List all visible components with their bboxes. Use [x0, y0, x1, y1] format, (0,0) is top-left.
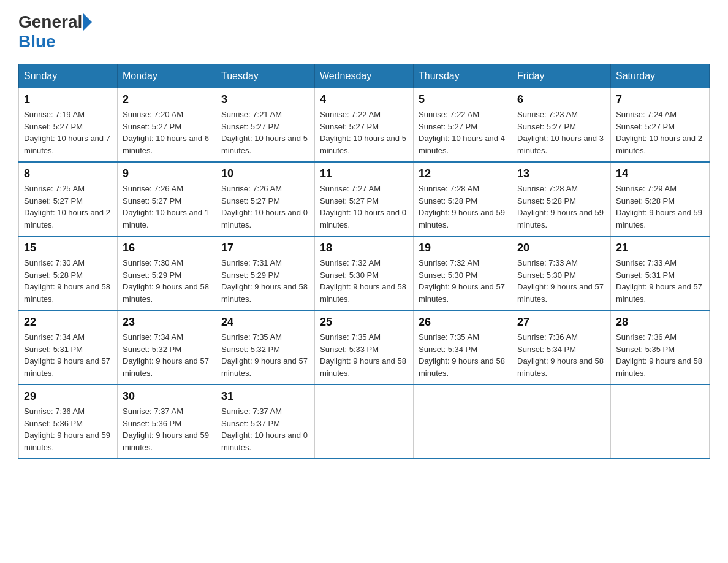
day-info: Sunrise: 7:30 AMSunset: 5:29 PMDaylight:…	[123, 258, 209, 304]
day-info: Sunrise: 7:32 AMSunset: 5:30 PMDaylight:…	[419, 258, 505, 304]
week-row-3: 15 Sunrise: 7:30 AMSunset: 5:28 PMDaylig…	[19, 236, 710, 310]
day-cell: 9 Sunrise: 7:26 AMSunset: 5:27 PMDayligh…	[118, 162, 216, 236]
day-info: Sunrise: 7:22 AMSunset: 5:27 PMDaylight:…	[320, 110, 406, 155]
week-row-2: 8 Sunrise: 7:25 AMSunset: 5:27 PMDayligh…	[19, 162, 710, 236]
day-cell	[512, 385, 611, 459]
day-number: 20	[517, 242, 605, 255]
day-cell: 20 Sunrise: 7:33 AMSunset: 5:30 PMDaylig…	[512, 236, 611, 310]
day-number: 25	[320, 316, 408, 329]
day-cell: 7 Sunrise: 7:24 AMSunset: 5:27 PMDayligh…	[611, 88, 710, 163]
day-info: Sunrise: 7:33 AMSunset: 5:31 PMDaylight:…	[616, 258, 702, 304]
day-number: 30	[123, 390, 211, 403]
day-cell: 17 Sunrise: 7:31 AMSunset: 5:29 PMDaylig…	[216, 236, 315, 310]
day-cell: 16 Sunrise: 7:30 AMSunset: 5:29 PMDaylig…	[118, 236, 216, 310]
day-number: 4	[320, 93, 408, 106]
day-header-thursday: Thursday	[414, 64, 512, 88]
day-number: 15	[24, 242, 112, 255]
day-cell: 22 Sunrise: 7:34 AMSunset: 5:31 PMDaylig…	[19, 310, 118, 385]
day-info: Sunrise: 7:34 AMSunset: 5:31 PMDaylight:…	[24, 332, 110, 378]
day-number: 19	[419, 242, 507, 255]
day-cell: 29 Sunrise: 7:36 AMSunset: 5:36 PMDaylig…	[19, 385, 118, 459]
logo-arrow-icon	[83, 13, 92, 31]
day-number: 21	[616, 242, 704, 255]
day-number: 23	[123, 316, 211, 329]
day-number: 29	[24, 390, 112, 403]
day-cell: 21 Sunrise: 7:33 AMSunset: 5:31 PMDaylig…	[611, 236, 710, 310]
day-header-friday: Friday	[512, 64, 611, 88]
day-cell: 30 Sunrise: 7:37 AMSunset: 5:36 PMDaylig…	[118, 385, 216, 459]
day-info: Sunrise: 7:30 AMSunset: 5:28 PMDaylight:…	[24, 258, 110, 304]
day-number: 7	[616, 93, 704, 106]
day-cell: 8 Sunrise: 7:25 AMSunset: 5:27 PMDayligh…	[19, 162, 118, 236]
day-info: Sunrise: 7:34 AMSunset: 5:32 PMDaylight:…	[123, 332, 209, 378]
day-number: 10	[221, 167, 309, 180]
day-cell: 24 Sunrise: 7:35 AMSunset: 5:32 PMDaylig…	[216, 310, 315, 385]
day-cell: 25 Sunrise: 7:35 AMSunset: 5:33 PMDaylig…	[315, 310, 414, 385]
week-row-5: 29 Sunrise: 7:36 AMSunset: 5:36 PMDaylig…	[19, 385, 710, 459]
day-info: Sunrise: 7:36 AMSunset: 5:36 PMDaylight:…	[24, 407, 110, 452]
day-cell: 23 Sunrise: 7:34 AMSunset: 5:32 PMDaylig…	[118, 310, 216, 385]
day-number: 27	[517, 316, 605, 329]
day-number: 3	[221, 93, 309, 106]
day-cell: 26 Sunrise: 7:35 AMSunset: 5:34 PMDaylig…	[414, 310, 512, 385]
day-number: 9	[123, 167, 211, 180]
day-info: Sunrise: 7:26 AMSunset: 5:27 PMDaylight:…	[221, 184, 308, 229]
day-number: 5	[419, 93, 507, 106]
day-cell	[315, 385, 414, 459]
day-number: 24	[221, 316, 309, 329]
day-number: 26	[419, 316, 507, 329]
day-info: Sunrise: 7:37 AMSunset: 5:37 PMDaylight:…	[221, 407, 308, 452]
day-info: Sunrise: 7:31 AMSunset: 5:29 PMDaylight:…	[221, 258, 308, 304]
day-number: 12	[419, 167, 507, 180]
logo-general-text: General	[18, 12, 82, 32]
day-info: Sunrise: 7:25 AMSunset: 5:27 PMDaylight:…	[24, 184, 110, 229]
day-header-monday: Monday	[118, 64, 216, 88]
day-info: Sunrise: 7:27 AMSunset: 5:27 PMDaylight:…	[320, 184, 406, 229]
day-header-sunday: Sunday	[19, 64, 118, 88]
day-number: 31	[221, 390, 309, 403]
day-number: 11	[320, 167, 408, 180]
day-cell: 3 Sunrise: 7:21 AMSunset: 5:27 PMDayligh…	[216, 88, 315, 163]
day-number: 16	[123, 242, 211, 255]
day-cell: 6 Sunrise: 7:23 AMSunset: 5:27 PMDayligh…	[512, 88, 611, 163]
day-info: Sunrise: 7:23 AMSunset: 5:27 PMDaylight:…	[517, 110, 604, 155]
day-info: Sunrise: 7:37 AMSunset: 5:36 PMDaylight:…	[123, 407, 209, 452]
day-info: Sunrise: 7:24 AMSunset: 5:27 PMDaylight:…	[616, 110, 702, 155]
day-number: 8	[24, 167, 112, 180]
day-cell: 27 Sunrise: 7:36 AMSunset: 5:34 PMDaylig…	[512, 310, 611, 385]
day-header-wednesday: Wednesday	[315, 64, 414, 88]
day-info: Sunrise: 7:21 AMSunset: 5:27 PMDaylight:…	[221, 110, 308, 155]
day-cell: 2 Sunrise: 7:20 AMSunset: 5:27 PMDayligh…	[118, 88, 216, 163]
day-cell: 13 Sunrise: 7:28 AMSunset: 5:28 PMDaylig…	[512, 162, 611, 236]
page-header: General Blue	[18, 12, 710, 52]
day-info: Sunrise: 7:36 AMSunset: 5:35 PMDaylight:…	[616, 332, 702, 378]
week-row-4: 22 Sunrise: 7:34 AMSunset: 5:31 PMDaylig…	[19, 310, 710, 385]
day-cell: 31 Sunrise: 7:37 AMSunset: 5:37 PMDaylig…	[216, 385, 315, 459]
day-number: 18	[320, 242, 408, 255]
day-cell: 19 Sunrise: 7:32 AMSunset: 5:30 PMDaylig…	[414, 236, 512, 310]
day-cell: 18 Sunrise: 7:32 AMSunset: 5:30 PMDaylig…	[315, 236, 414, 310]
day-info: Sunrise: 7:35 AMSunset: 5:34 PMDaylight:…	[419, 332, 505, 378]
day-info: Sunrise: 7:35 AMSunset: 5:32 PMDaylight:…	[221, 332, 308, 378]
day-number: 2	[123, 93, 211, 106]
day-number: 1	[24, 93, 112, 106]
logo: General Blue	[18, 12, 93, 52]
logo-blue-text: Blue	[18, 32, 56, 52]
day-cell: 5 Sunrise: 7:22 AMSunset: 5:27 PMDayligh…	[414, 88, 512, 163]
day-info: Sunrise: 7:26 AMSunset: 5:27 PMDaylight:…	[123, 184, 209, 229]
day-header-tuesday: Tuesday	[216, 64, 315, 88]
day-info: Sunrise: 7:28 AMSunset: 5:28 PMDaylight:…	[419, 184, 505, 229]
day-info: Sunrise: 7:36 AMSunset: 5:34 PMDaylight:…	[517, 332, 604, 378]
week-row-1: 1 Sunrise: 7:19 AMSunset: 5:27 PMDayligh…	[19, 88, 710, 163]
day-cell	[611, 385, 710, 459]
calendar-table: SundayMondayTuesdayWednesdayThursdayFrid…	[18, 64, 710, 459]
day-info: Sunrise: 7:33 AMSunset: 5:30 PMDaylight:…	[517, 258, 604, 304]
day-cell: 14 Sunrise: 7:29 AMSunset: 5:28 PMDaylig…	[611, 162, 710, 236]
day-info: Sunrise: 7:32 AMSunset: 5:30 PMDaylight:…	[320, 258, 406, 304]
day-info: Sunrise: 7:20 AMSunset: 5:27 PMDaylight:…	[123, 110, 209, 155]
day-cell: 1 Sunrise: 7:19 AMSunset: 5:27 PMDayligh…	[19, 88, 118, 163]
day-header-saturday: Saturday	[611, 64, 710, 88]
day-info: Sunrise: 7:28 AMSunset: 5:28 PMDaylight:…	[517, 184, 604, 229]
day-info: Sunrise: 7:35 AMSunset: 5:33 PMDaylight:…	[320, 332, 406, 378]
day-info: Sunrise: 7:22 AMSunset: 5:27 PMDaylight:…	[419, 110, 505, 155]
